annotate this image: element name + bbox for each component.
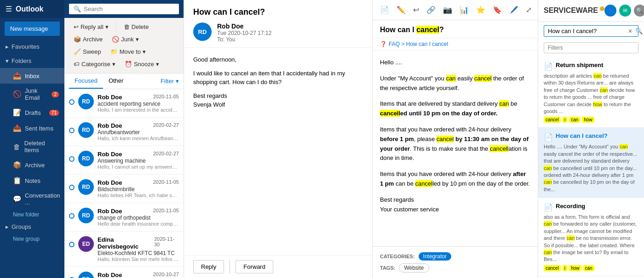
sw-tag: how [582, 117, 594, 123]
serviceware-filters [538, 40, 644, 57]
drafts-label: Drafts [25, 109, 41, 116]
sw-filter-input[interactable] [544, 42, 638, 53]
faq-pen-icon[interactable]: 🖊️ [507, 4, 520, 16]
junk-button[interactable]: 🚫 Junk ▾ [108, 34, 142, 45]
deleted-label: Deleted Items [24, 140, 59, 153]
unread-indicator [69, 128, 75, 133]
list-item[interactable]: RD Rob Doe 2020-02-27 Anrufbeantworter H… [64, 118, 184, 146]
sidebar-item-drafts[interactable]: 📝 Drafts 71 [0, 105, 64, 120]
search-input[interactable] [84, 6, 174, 12]
faq-link-icon[interactable]: 🔗 [425, 4, 437, 16]
list-item[interactable]: RD Rob Doe 2020-11-05 Bildschirmbrille H… [64, 175, 184, 203]
folders-label: Folders [12, 57, 31, 64]
conversation-icon: 💬 [13, 195, 21, 203]
reply-button[interactable]: Reply [193, 260, 224, 273]
delete-icon: 🗑 [124, 23, 130, 30]
sweep-button[interactable]: 🧹 Sweep [70, 46, 105, 57]
email-subject: Elekto-Kochfeld KFTC 9841 TC [98, 250, 179, 256]
unread-indicator [69, 213, 75, 219]
faq-panel: 📄 ✏️ ↩ 🔗 📷 📊 ⭐ 🔖 🖊️ ⤢ ✕ How can I cancel… [373, 0, 538, 278]
email-preview: Hallo liebes HR Team, ich habe seit läng… [98, 193, 179, 198]
categories-label: CATEGORIES: [380, 254, 415, 259]
email-preview: Hello, I cannot set up my answering mac.… [98, 164, 179, 170]
reply-all-button[interactable]: ↩ Reply all ▾ [70, 22, 112, 32]
inbox-label: Inbox [25, 73, 40, 79]
faq-regards: Best regards Your customer service [380, 195, 530, 215]
faq-edit-icon[interactable]: ✏️ [395, 4, 408, 16]
faq-doc-icon[interactable]: 📄 [378, 4, 391, 16]
faq-window-controls: ⤢ ✕ [524, 4, 538, 16]
serviceware-logo: SERVICEWARE [544, 6, 604, 15]
archive-button[interactable]: 📦 Archive [70, 34, 106, 45]
sw-result-header: 📄 Recording [544, 203, 638, 212]
sidebar-item-notes[interactable]: 📋 Notes [0, 173, 64, 188]
list-item[interactable]: RD Rob Doe 2020-11-05 accident reporting… [64, 89, 184, 118]
sidebar-section-folders[interactable]: ▾ Folders [0, 54, 64, 68]
faq-para1: Under "My Account" you can easily cancel… [380, 74, 530, 93]
conversation-label: Conversation ... [25, 192, 60, 206]
list-item[interactable]: ED Edina Dervisbegovic 2020-11-30 Elekto… [64, 232, 184, 267]
faq-photo-icon[interactable]: 📷 [441, 4, 454, 16]
hamburger-icon[interactable]: ☰ [6, 5, 12, 13]
sw-result-recording[interactable]: 📄 Recording also as a form. This form is… [538, 198, 644, 276]
faq-maximize-icon[interactable]: ⤢ [524, 4, 534, 16]
filter-dropdown[interactable]: Filter ▾ [161, 74, 179, 89]
snooze-button[interactable]: ⏰ Snooze ▾ [121, 59, 163, 69]
message-icon-btn[interactable]: ✉ [619, 5, 631, 17]
email-subject: Bildschirmbrille [98, 186, 179, 193]
faq-table-icon[interactable]: 📊 [458, 4, 471, 16]
faq-star-icon[interactable]: ⭐ [474, 4, 487, 16]
forward-button[interactable]: Forward [236, 260, 273, 273]
sw-result-return-shipment[interactable]: 📄 Return shipment description all articl… [538, 57, 644, 128]
sw-search-clear-icon[interactable]: ✕ [628, 28, 632, 34]
sw-tag: cancel [544, 117, 561, 123]
sidebar-item-conversation[interactable]: 💬 Conversation ... [0, 188, 64, 210]
sent-label: Sent Items [25, 125, 53, 132]
categories-badge: Integrator [419, 252, 451, 261]
archive-icon: 📦 [74, 36, 81, 43]
app-logo: Outlook [16, 5, 43, 13]
user-icon-btn[interactable]: 👤 [604, 5, 616, 17]
filter-label: Filter [161, 78, 174, 85]
reading-pane: How can I cancel? RD Rob Doe Tue 2020-10… [184, 0, 373, 278]
move-to-button[interactable]: 📁 Move to ▾ [107, 46, 150, 57]
sidebar-section-favourites[interactable]: ▸ Favourites [0, 40, 64, 54]
sidebar-item-sent[interactable]: 📤 Sent Items [0, 120, 64, 136]
sw-search-input[interactable] [548, 28, 625, 34]
drafts-icon: 📝 [13, 108, 21, 117]
email-preview: Hello, I am interested in the accident r… [98, 107, 179, 113]
list-item[interactable]: RD Rob Doe 2020-11-05 change of orthoped… [64, 203, 184, 232]
tab-other[interactable]: Other [103, 74, 129, 89]
tab-focused[interactable]: Focused [69, 74, 103, 89]
list-item[interactable]: RD Rob Doe 2020-02-27 Answering machine … [64, 146, 184, 175]
delete-button[interactable]: 🗑 Delete [120, 22, 153, 32]
new-message-button[interactable]: New message [5, 22, 60, 36]
sidebar-item-junk[interactable]: 🚫 Junk Email 2 [0, 84, 64, 105]
sw-result-how-cancel[interactable]: 📄 How can I cancel? Hello .... Under "My… [538, 128, 644, 198]
faq-undo-icon[interactable]: ↩ [411, 4, 421, 16]
sidebar-header: ☰ Outlook [0, 0, 64, 18]
search-icon-btn[interactable]: 🔍 [634, 5, 644, 17]
reading-header: How can I cancel? RD Rob Doe Tue 2020-10… [184, 0, 372, 48]
new-group-link[interactable]: New group [0, 234, 64, 244]
sidebar-item-deleted[interactable]: 🗑 Deleted Items [0, 136, 64, 157]
sw-search-box[interactable]: ✕ 🔍 [544, 25, 638, 37]
search-bar-container: 🔍 [64, 0, 184, 18]
sidebar-item-archive[interactable]: 📦 Archive [0, 157, 64, 173]
faq-bookmark-icon[interactable]: 🔖 [491, 4, 504, 16]
search-box[interactable]: 🔍 [69, 4, 179, 14]
inbox-icon: 📥 [13, 72, 21, 80]
sw-result-desc: Hello .... Under "My Account" you can ea… [544, 143, 638, 193]
sidebar-section-groups[interactable]: ▸ Groups [0, 220, 64, 234]
junk-icon: 🚫 [13, 90, 21, 98]
email-sender: Rob Doe 2020-11-05 [98, 179, 179, 186]
sw-tag: can [583, 265, 594, 271]
list-item[interactable]: RD Rob Doe 2020-10-27 fault smartphone H… [64, 267, 184, 278]
email-content: Edina Dervisbegovic 2020-11-30 Elekto-Ko… [98, 236, 179, 262]
sidebar-item-inbox[interactable]: 📥 Inbox [0, 68, 64, 84]
categorise-button[interactable]: 🏷 Categorise ▾ [70, 59, 119, 69]
sender-info: Rob Doe Tue 2020-10-27 17:12 To: You [217, 23, 271, 43]
sw-result-desc: also as a form. This form is official an… [544, 214, 638, 263]
new-folder-link[interactable]: New folder [0, 210, 64, 220]
sw-search-go-icon[interactable]: 🔍 [635, 28, 643, 34]
